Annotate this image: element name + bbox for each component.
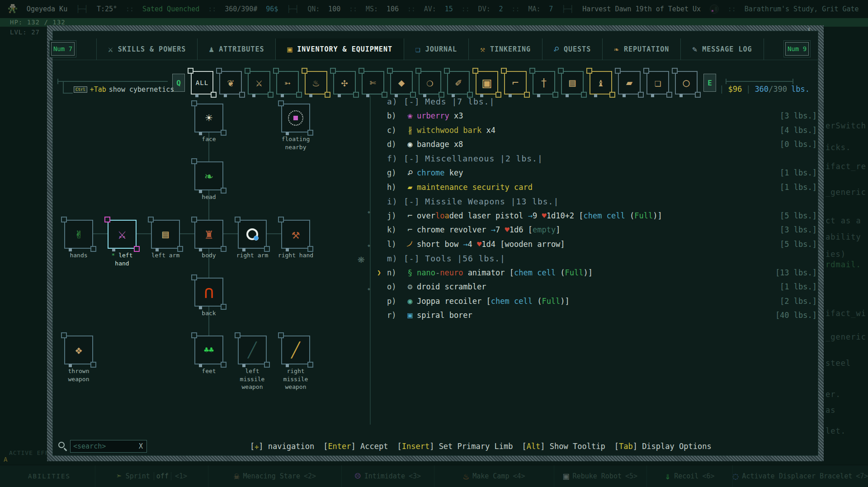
item-name-run: 4 xyxy=(468,240,477,249)
inventory-row[interactable]: r)▣spiral borer[40 lbs.] xyxy=(376,308,817,323)
filter-pistols[interactable]: ⌐ xyxy=(504,71,527,95)
inventory-section-header[interactable]: i)[-] Missile Weapons |13 lbs.| xyxy=(376,194,817,209)
equip-slot-right-hand[interactable]: ⚒ xyxy=(281,220,310,249)
rifle-icon: ╱ xyxy=(248,343,256,357)
axe-icon: ⚒ xyxy=(292,227,300,241)
equip-slot-body[interactable]: ♜ xyxy=(194,220,223,249)
item-weight: [2 lbs.] xyxy=(780,297,817,306)
item-letter: g) xyxy=(387,168,403,177)
filter-corpses[interactable]: ❦ xyxy=(219,71,242,95)
bags-icon: ▣ xyxy=(482,76,491,90)
filter-armor[interactable]: ▤ xyxy=(561,71,584,95)
inventory-row[interactable]: j)⌐overloaded laser pistol →9 ♥1d10+2 [c… xyxy=(376,208,817,223)
inventory-row[interactable]: h)▰maintenance security card[1 lbs.] xyxy=(376,180,817,194)
inventory-section-header[interactable]: f)[-] Miscellaneous |2 lbs.| xyxy=(376,151,817,166)
filter-next-key[interactable]: E xyxy=(703,74,716,92)
filter-scrolls[interactable]: ▰ xyxy=(618,71,641,95)
filter-tonics[interactable]: ✣ xyxy=(333,71,356,95)
equip-slot-head[interactable]: ❧ xyxy=(194,161,223,190)
laser-pistol-icon: ⌐ xyxy=(403,212,417,220)
filter-trade-goods[interactable]: ◆ xyxy=(390,71,413,95)
item-name-run: ♥ xyxy=(477,240,481,249)
equip-slot-thrown-weapon[interactable]: ❖ xyxy=(64,336,93,364)
inventory-row[interactable]: l))short bow →4 ♥1d4 [wooden arrow][5 lb… xyxy=(376,237,817,251)
tab-reputation[interactable]: ❧REPUTATION xyxy=(602,38,680,60)
inventory-row[interactable]: c)∦witchwood bark x4[4 lbs.] xyxy=(376,123,817,137)
equip-slot-left-hand[interactable]: ⚔ xyxy=(108,220,137,249)
equip-slot-hands[interactable]: ✌ xyxy=(64,220,93,249)
slot-notch xyxy=(112,248,115,251)
item-name-run: Joppa recoiler xyxy=(417,297,486,306)
num7-key-badge[interactable]: Num 7 xyxy=(51,42,75,56)
bandage-icon: ◉ xyxy=(403,140,417,148)
filter-all[interactable]: ALL xyxy=(191,71,213,95)
tab-label: JOURNAL xyxy=(425,45,457,53)
search-clear-button[interactable]: X xyxy=(138,442,146,450)
weight-unit: lbs. xyxy=(791,85,810,94)
tab-message-log[interactable]: ✎MESSAGE LOG xyxy=(680,38,764,60)
item-name-run: laser pistol xyxy=(463,211,528,220)
bracket: ] xyxy=(633,442,637,451)
boots-icon: ♣♣ xyxy=(204,346,214,354)
equip-slot-left-arm[interactable]: ▤ xyxy=(151,220,180,249)
weight-current: 360 xyxy=(755,85,769,94)
filter-melee-weapons[interactable]: ⚔ xyxy=(248,71,270,95)
item-weight: [3 lbs.] xyxy=(780,111,817,120)
filter-short-blades[interactable]: ✄ xyxy=(362,71,384,95)
filter-bags[interactable]: ▣ xyxy=(476,71,498,95)
equip-slot-left-missile-weapon[interactable]: ╱ xyxy=(238,336,267,364)
artifacts-icon: ♝ xyxy=(598,77,604,88)
equip-slot-label: right missile weapon xyxy=(278,367,314,391)
search-input[interactable] xyxy=(71,442,138,450)
filter-food[interactable]: ❍ xyxy=(419,71,441,95)
inventory-row[interactable]: p)◉Joppa recoiler [chem cell (Full)][2 l… xyxy=(376,294,817,308)
item-name-run: → xyxy=(463,240,467,249)
inventory-row[interactable]: g)♀chrome key[1 lbs.] xyxy=(376,166,817,180)
filter-long-blades[interactable]: † xyxy=(533,71,555,95)
diamond-decoration-icon: ◆ xyxy=(368,209,370,214)
num9-key-badge[interactable]: Num 9 xyxy=(785,42,809,56)
inventory-row[interactable]: ❯n)§nano-neuro animator [chem cell (Full… xyxy=(376,265,817,280)
slot-notch xyxy=(199,132,202,135)
item-name-run: lo xyxy=(435,211,444,220)
filter-jewelry[interactable]: ◯ xyxy=(675,71,698,95)
inventory-row[interactable]: b)❀urberry x3[3 lbs.] xyxy=(376,109,817,123)
inventory-row[interactable]: o)⚙droid scrambler[1 lbs.] xyxy=(376,280,817,294)
item-name-run: [-] Miscellaneous |2 lbs.| xyxy=(404,154,543,163)
inventory-section-header[interactable]: a)[-] Meds |7 lbs.| xyxy=(376,95,817,109)
filter-tools[interactable]: ✐ xyxy=(447,71,470,95)
leaf-cap-icon: ❧ xyxy=(205,169,213,183)
item-weight: [3 lbs.] xyxy=(780,225,817,234)
equip-slot-label: body xyxy=(191,251,227,260)
equip-slot-back[interactable]: ∩ xyxy=(194,278,223,307)
item-name-run: ( xyxy=(625,211,634,220)
equip-slot-feet[interactable]: ♣♣ xyxy=(194,336,223,364)
filter-missile-weapons[interactable]: ➳ xyxy=(276,71,299,95)
bracket: ] xyxy=(540,442,545,451)
selection-cursor-icon: ❯ xyxy=(377,269,381,277)
item-weight: [13 lbs.] xyxy=(775,268,817,277)
inventory-row[interactable]: k)⌐chrome revolver →7 ♥1d6 [empty][3 lbs… xyxy=(376,223,817,237)
missile-weapons-icon: ➳ xyxy=(284,77,291,88)
equip-slot-right-missile-weapon[interactable]: ╱ xyxy=(281,336,310,364)
equip-slot-face[interactable]: ☀ xyxy=(194,104,223,132)
tab-tinkering[interactable]: ⚒TINKERING xyxy=(468,38,542,60)
equip-slot-floating-nearby[interactable] xyxy=(281,104,310,132)
inventory-row[interactable]: d)◉bandage x8[0 lbs.] xyxy=(376,137,817,152)
slot-notch xyxy=(199,364,202,367)
item-weight: [1 lbs.] xyxy=(780,183,817,192)
filter-artifacts[interactable]: ♝ xyxy=(590,71,612,95)
animator-icon: § xyxy=(403,269,417,277)
filter-water-containers[interactable]: ♨ xyxy=(305,71,327,95)
filter-satchels[interactable]: ❏ xyxy=(646,71,669,95)
hint-label: Set Primary Limb xyxy=(434,442,513,451)
tab-quests[interactable]: ♀QUESTS xyxy=(542,38,602,60)
cyber-hint-key: +Tab xyxy=(90,85,106,94)
hint-label: Display Options xyxy=(637,442,712,451)
item-name-run: witchwood bark xyxy=(417,126,481,135)
equip-slot-right-arm[interactable] xyxy=(238,220,267,249)
scroll-icon: ❧ xyxy=(614,45,619,53)
tab-journal[interactable]: ❏JOURNAL xyxy=(404,38,468,60)
hint-label: Show Tooltip xyxy=(545,442,605,451)
inventory-section-header[interactable]: m)[-] Tools |56 lbs.| xyxy=(376,251,817,266)
